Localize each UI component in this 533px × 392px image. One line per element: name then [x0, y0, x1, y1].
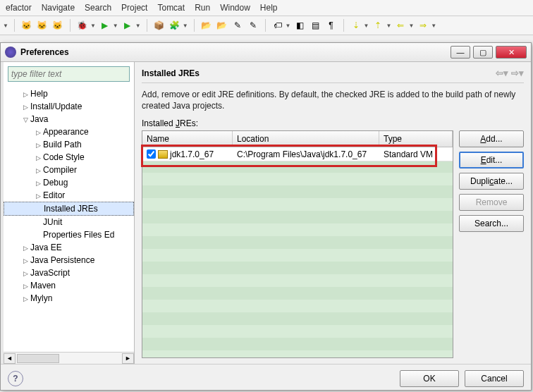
new-package-icon[interactable]: 📦 [153, 19, 166, 32]
nav-fwd-icon[interactable]: ⇒ [417, 19, 429, 32]
add-button[interactable]: AAdd...dd... [459, 130, 524, 147]
jre-name: jdk1.7.0_67 [170, 149, 214, 159]
help-button[interactable]: ? [8, 371, 23, 386]
pin-icon[interactable]: ¶ [325, 19, 338, 32]
tree-node-compiler[interactable]: ▷Compiler [4, 164, 134, 176]
toggle-icon[interactable]: ◧ [294, 19, 307, 32]
scroll-left-icon[interactable]: ◄ [4, 353, 16, 364]
tree-node-build-path[interactable]: ▷Build Path [4, 138, 134, 151]
tree-node-java-ee[interactable]: ▷Java EE [4, 241, 134, 254]
tag-icon[interactable]: 🏷 [271, 19, 284, 32]
tree-node-debug[interactable]: ▷Debug [4, 176, 134, 189]
horizontal-scrollbar[interactable]: ◄ ► [4, 352, 134, 364]
step-into-icon[interactable]: ⇡ [372, 19, 384, 32]
debug-icon[interactable]: 🐞 [76, 19, 89, 32]
table-label: Installed JREs: [142, 118, 524, 128]
tomcat-restart-icon[interactable]: 🐱 [51, 19, 64, 32]
wand2-icon[interactable]: ✎ [247, 19, 259, 32]
tree-node-appearance[interactable]: ▷Appearance [4, 125, 134, 138]
tree-node-java-persistence[interactable]: ▷Java Persistence [4, 254, 134, 267]
preferences-tree[interactable]: ▷Help▷Install/Update▽Java▷Appearance▷Bui… [4, 86, 134, 352]
tree-node-help[interactable]: ▷Help [4, 87, 134, 100]
minimize-button[interactable]: — [451, 46, 470, 59]
filter-input[interactable] [11, 69, 126, 79]
titlebar: Preferences — ▢ ✕ [1, 43, 531, 62]
cancel-button[interactable]: Cancel [465, 370, 524, 387]
menu-window[interactable]: Window [220, 3, 250, 13]
menu-bar: efactor Navigate Search Project Tomcat R… [0, 0, 533, 16]
remove-button[interactable]: Remove [459, 194, 524, 211]
page-description: Add, remove or edit JRE definitions. By … [142, 89, 524, 111]
jre-location: C:\Program Files\Java\jdk1.7.0_67 [233, 148, 379, 161]
tree-node-mylyn[interactable]: ▷Mylyn [4, 292, 134, 305]
tree-node-install-update[interactable]: ▷Install/Update [4, 100, 134, 113]
wand-icon[interactable]: ✎ [231, 19, 244, 32]
jre-icon [158, 150, 168, 159]
menu-project[interactable]: Project [121, 3, 147, 13]
ok-button[interactable]: OK [400, 370, 459, 387]
menu-refactor[interactable]: efactor [6, 3, 32, 13]
page-title: Installed JREs [142, 68, 200, 78]
jre-type: Standard VM [379, 148, 453, 161]
table-body: jdk1.7.0_67 C:\Program Files\Java\jdk1.7… [142, 147, 453, 357]
step-over-icon[interactable]: ⇣ [350, 19, 362, 32]
col-name[interactable]: Name [142, 131, 233, 147]
menu-tomcat[interactable]: Tomcat [157, 3, 185, 13]
menu-search[interactable]: Search [85, 3, 111, 13]
preferences-tree-pane: ▷Help▷Install/Update▽Java▷Appearance▷Bui… [1, 62, 135, 364]
tree-node-properties-files-ed[interactable]: Properties Files Ed [4, 228, 134, 241]
table-row[interactable]: jdk1.7.0_67 C:\Program Files\Java\jdk1.7… [142, 147, 453, 161]
tree-node-installed-jres[interactable]: Installed JREs [4, 202, 134, 216]
menu-run[interactable]: Run [195, 3, 210, 13]
tomcat-stop-icon[interactable]: 🐱 [36, 19, 49, 32]
jre-checkbox[interactable] [147, 149, 156, 159]
preferences-dialog: Preferences — ▢ ✕ ▷Help▷Install/Update▽J… [0, 42, 532, 391]
nav-back-icon[interactable]: ⇐ [394, 19, 407, 32]
tree-node-junit[interactable]: JUnit [4, 216, 134, 228]
run-last-icon[interactable]: ▶ [121, 19, 134, 32]
tomcat-start-icon[interactable]: 🐱 [20, 19, 33, 32]
edit-button[interactable]: Edit... [459, 152, 524, 169]
preferences-page: Installed JREs ⇦▾ ⇨▾ Add, remove or edit… [135, 62, 531, 364]
run-icon[interactable]: ▶ [99, 19, 111, 32]
nav-fwd-icon[interactable]: ⇨▾ [511, 68, 524, 78]
scroll-thumb[interactable] [17, 354, 59, 363]
search-button[interactable]: Search... [459, 215, 524, 232]
open-folder2-icon[interactable]: 📂 [216, 19, 228, 32]
col-type[interactable]: Type [379, 131, 453, 147]
dialog-footer: ? OK Cancel [1, 364, 531, 392]
tree-node-code-style[interactable]: ▷Code Style [4, 151, 134, 164]
filter-box[interactable] [8, 66, 130, 82]
dialog-title: Preferences [20, 47, 448, 57]
tree-node-editor[interactable]: ▷Editor [4, 189, 134, 202]
nav-back-icon[interactable]: ⇦▾ [496, 68, 508, 78]
jre-table[interactable]: Name Location Type jdk1.7.0_67 C:\Progra… [142, 130, 453, 358]
list-icon[interactable]: ▤ [310, 19, 322, 32]
table-header: Name Location Type [142, 131, 453, 147]
tree-node-java[interactable]: ▽Java [4, 113, 134, 125]
scroll-right-icon[interactable]: ► [122, 353, 134, 364]
col-location[interactable]: Location [233, 131, 379, 147]
button-column: AAdd...dd... Edit... Duplicate... Remove… [459, 130, 524, 358]
menu-help[interactable]: Help [260, 3, 278, 13]
new-type-icon[interactable]: 🧩 [169, 19, 181, 32]
eclipse-icon [5, 47, 16, 58]
maximize-button[interactable]: ▢ [473, 46, 493, 59]
close-button[interactable]: ✕ [496, 46, 527, 59]
tree-node-javascript[interactable]: ▷JavaScript [4, 267, 134, 279]
tree-node-maven[interactable]: ▷Maven [4, 279, 134, 292]
duplicate-button[interactable]: Duplicate... [459, 173, 524, 190]
menu-navigate[interactable]: Navigate [42, 3, 75, 13]
open-folder-icon[interactable]: 📂 [200, 19, 213, 32]
toolbar: ▼ 🐱 🐱 🐱 🐞▼ ▶▼ ▶▼ 📦 🧩▼ 📂 📂 ✎ ✎ 🏷▼ ◧ ▤ ¶ ⇣… [0, 16, 533, 35]
chevron-down-icon[interactable]: ▼ [3, 23, 8, 29]
